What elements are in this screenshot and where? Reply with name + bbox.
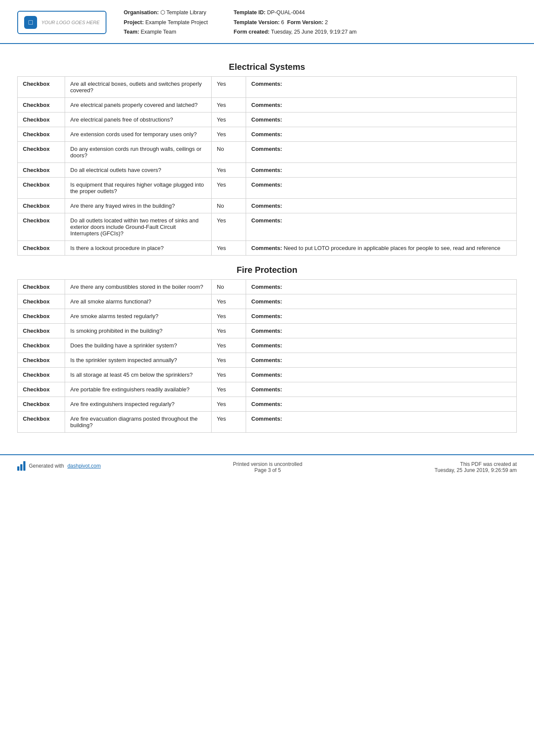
answer-cell: Yes — [212, 97, 246, 112]
comments-label: Comments: — [251, 313, 282, 319]
header-col-left: Organisation: ⬡ Template Library Project… — [124, 8, 208, 37]
comments-label: Comments: — [251, 245, 284, 251]
checkbox-cell: Checkbox — [18, 279, 65, 294]
comments-cell: Comments: — [246, 382, 517, 397]
dashpivot-icon — [17, 461, 25, 471]
template-id-value: DP-QUAL-0044 — [267, 9, 305, 16]
footer-page: Page 3 of 5 — [233, 467, 303, 473]
checkbox-cell: Checkbox — [18, 411, 65, 432]
question-cell: Are there any combustibles stored in the… — [65, 279, 212, 294]
table-row: CheckboxAre there any combustibles store… — [18, 279, 517, 294]
comments-cell: Comments: — [246, 323, 517, 338]
comments-label: Comments: — [251, 342, 282, 349]
comments-value: Need to put LOTO procedure in applicable… — [284, 245, 500, 251]
comments-label: Comments: — [251, 102, 282, 108]
comments-cell: Comments: — [246, 127, 517, 141]
checkbox-cell: Checkbox — [18, 76, 65, 97]
table-row: CheckboxAre electrical panels free of ob… — [18, 112, 517, 127]
question-cell: Are all electrical boxes, outlets and sw… — [65, 76, 212, 97]
answer-cell: Yes — [212, 213, 246, 241]
form-created-value: Tuesday, 25 June 2019, 9:19:27 am — [271, 29, 357, 35]
question-cell: Do all outlets located within two metres… — [65, 213, 212, 241]
question-cell: Are fire extinguishers inspected regular… — [65, 397, 212, 411]
question-cell: Are extension cords used for temporary u… — [65, 127, 212, 141]
checkbox-cell: Checkbox — [18, 367, 65, 382]
header-meta: Organisation: ⬡ Template Library Project… — [124, 8, 517, 37]
electrical-systems-table: CheckboxAre all electrical boxes, outlet… — [17, 76, 517, 256]
checkbox-cell: Checkbox — [18, 112, 65, 127]
comments-cell: Comments: — [246, 353, 517, 367]
comments-cell: Comments: — [246, 76, 517, 97]
answer-cell: No — [212, 141, 246, 162]
generated-text: Generated with — [29, 463, 64, 469]
section-title-electrical: Electrical Systems — [17, 62, 517, 72]
question-cell: Is smoking prohibited in the building? — [65, 323, 212, 338]
question-cell: Are all smoke alarms functional? — [65, 294, 212, 309]
comments-label: Comments: — [251, 328, 282, 334]
comments-label: Comments: — [251, 81, 282, 87]
comments-label: Comments: — [251, 167, 282, 173]
comments-label: Comments: — [251, 116, 282, 123]
question-cell: Is all storage at least 45 cm below the … — [65, 367, 212, 382]
answer-cell: Yes — [212, 294, 246, 309]
comments-cell: Comments: — [246, 367, 517, 382]
answer-cell: Yes — [212, 112, 246, 127]
project-value: Example Template Project — [145, 19, 208, 25]
checkbox-cell: Checkbox — [18, 241, 65, 255]
comments-label: Comments: — [251, 181, 282, 188]
table-row: CheckboxDo any extension cords run throu… — [18, 141, 517, 162]
question-cell: Do all electrical outlets have covers? — [65, 162, 212, 177]
checkbox-cell: Checkbox — [18, 382, 65, 397]
comments-cell: Comments: — [246, 338, 517, 353]
checkbox-cell: Checkbox — [18, 177, 65, 198]
dashpivot-link[interactable]: dashpivot.com — [67, 463, 100, 469]
answer-cell: No — [212, 279, 246, 294]
table-row: CheckboxAre all smoke alarms functional?… — [18, 294, 517, 309]
comments-cell: Comments: — [246, 213, 517, 241]
footer-created-value: Tuesday, 25 June 2019, 9:26:59 am — [434, 467, 517, 473]
comments-cell: Comments: — [246, 198, 517, 213]
template-version-value: 6 — [281, 19, 284, 25]
comments-label: Comments: — [251, 284, 282, 290]
answer-cell: Yes — [212, 162, 246, 177]
table-row: CheckboxIs equipment that requires highe… — [18, 177, 517, 198]
checkbox-cell: Checkbox — [18, 294, 65, 309]
table-row: CheckboxIs all storage at least 45 cm be… — [18, 367, 517, 382]
answer-cell: Yes — [212, 323, 246, 338]
table-row: CheckboxAre smoke alarms tested regularl… — [18, 309, 517, 323]
comments-label: Comments: — [251, 401, 282, 407]
form-version-label: Form Version: — [287, 19, 323, 25]
question-cell: Are smoke alarms tested regularly? — [65, 309, 212, 323]
comments-label: Comments: — [251, 386, 282, 393]
question-cell: Does the building have a sprinkler syste… — [65, 338, 212, 353]
comments-cell: Comments: — [246, 279, 517, 294]
table-row: CheckboxDoes the building have a sprinkl… — [18, 338, 517, 353]
form-version-value: 2 — [325, 19, 328, 25]
question-cell: Do any extension cords run through walls… — [65, 141, 212, 162]
checkbox-cell: Checkbox — [18, 198, 65, 213]
comments-cell: Comments: — [246, 294, 517, 309]
checkbox-cell: Checkbox — [18, 309, 65, 323]
team-label: Team: — [124, 29, 139, 35]
comments-cell: Comments: — [246, 397, 517, 411]
logo-text: YOUR LOGO GOES HERE — [41, 19, 100, 25]
comments-label: Comments: — [251, 298, 282, 305]
table-row: CheckboxAre portable fire extinguishers … — [18, 382, 517, 397]
comments-label: Comments: — [251, 372, 282, 378]
logo-box: □ YOUR LOGO GOES HERE — [17, 11, 106, 34]
comments-cell: Comments: — [246, 162, 517, 177]
comments-cell: Comments: — [246, 411, 517, 432]
comments-label: Comments: — [251, 217, 282, 224]
checkbox-cell: Checkbox — [18, 127, 65, 141]
checkbox-cell: Checkbox — [18, 323, 65, 338]
question-cell: Is the sprinkler system inspected annual… — [65, 353, 212, 367]
table-row: CheckboxIs there a lockout procedure in … — [18, 241, 517, 255]
table-row: CheckboxAre extension cords used for tem… — [18, 127, 517, 141]
answer-cell: Yes — [212, 367, 246, 382]
answer-cell: Yes — [212, 177, 246, 198]
table-row: CheckboxAre all electrical boxes, outlet… — [18, 76, 517, 97]
table-row: CheckboxAre there any frayed wires in th… — [18, 198, 517, 213]
footer-center: Printed version is uncontrolled Page 3 o… — [233, 461, 303, 473]
footer-uncontrolled: Printed version is uncontrolled — [233, 461, 303, 467]
page-footer: Generated with dashpivot.com Printed ver… — [0, 454, 534, 479]
